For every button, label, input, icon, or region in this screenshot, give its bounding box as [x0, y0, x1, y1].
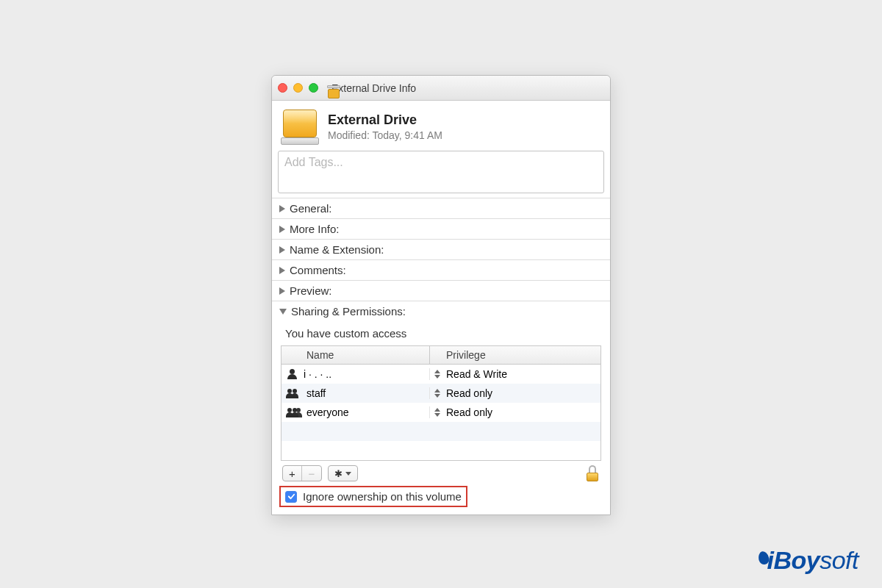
get-info-window: External Drive Info External Drive Modif… [271, 75, 611, 515]
remove-button: − [302, 466, 321, 481]
column-name[interactable]: Name [282, 346, 430, 364]
titlebar[interactable]: External Drive Info [272, 76, 610, 101]
modified-label: Modified: [328, 129, 370, 141]
disclosure-triangle-icon [279, 287, 285, 295]
section-general[interactable]: General: [272, 198, 610, 218]
table-row[interactable]: staff Read only [282, 384, 600, 403]
drive-icon [281, 108, 319, 145]
gear-icon: ✱ [334, 468, 343, 479]
access-summary: You have custom access [281, 324, 601, 345]
permissions-controls: + − ✱ [281, 461, 601, 484]
modified-line: Modified: Today, 9:41 AM [328, 129, 442, 141]
permissions-table: Name Privilege i · . · .. Read & Write [281, 345, 601, 461]
user-name: i · . · .. [304, 368, 331, 380]
tags-field[interactable] [278, 151, 604, 193]
section-label: Comments: [290, 264, 346, 276]
group-icon [286, 388, 302, 398]
section-label: Name & Extension: [290, 243, 384, 256]
privilege-stepper-icon[interactable] [434, 369, 442, 379]
tags-input[interactable] [284, 156, 598, 169]
permissions-header: Name Privilege [282, 346, 600, 365]
modified-value: Today, 9:41 AM [372, 129, 442, 141]
zoom-icon[interactable] [309, 83, 318, 93]
disclosure-triangle-icon [279, 246, 285, 254]
action-menu-button[interactable]: ✱ [328, 465, 358, 481]
user-name: staff [306, 387, 326, 399]
ignore-ownership-label: Ignore ownership on this volume [303, 490, 462, 503]
disclosure-triangle-icon [279, 205, 285, 212]
section-sharing-permissions[interactable]: Sharing & Permissions: [272, 301, 610, 321]
window-controls [278, 83, 318, 93]
disclosure-triangle-icon [279, 226, 285, 233]
info-header: External Drive Modified: Today, 9:41 AM [272, 101, 610, 151]
ignore-ownership-row[interactable]: Ignore ownership on this volume [279, 486, 467, 507]
privilege-value: Read only [446, 406, 492, 418]
privilege-stepper-icon[interactable] [434, 388, 442, 398]
privilege-stepper-icon[interactable] [434, 407, 442, 417]
add-remove-segment: + − [282, 465, 322, 481]
user-name: everyone [306, 406, 349, 418]
disclosure-triangle-icon [279, 309, 287, 315]
item-name: External Drive [328, 112, 442, 128]
chevron-down-icon [345, 472, 351, 476]
privilege-value: Read only [446, 387, 492, 399]
table-row[interactable]: i · . · .. Read & Write [282, 365, 600, 384]
section-label: Preview: [290, 284, 332, 297]
table-row [282, 422, 600, 441]
table-row [282, 441, 600, 460]
section-comments[interactable]: Comments: [272, 259, 610, 280]
user-icon [286, 369, 299, 379]
section-label: General: [290, 202, 332, 215]
disclosure-triangle-icon [279, 267, 285, 274]
close-icon[interactable] [278, 83, 287, 93]
ignore-ownership-checkbox[interactable] [285, 491, 297, 503]
minimize-icon[interactable] [293, 83, 303, 93]
section-label: Sharing & Permissions: [291, 305, 406, 318]
add-button[interactable]: + [283, 466, 302, 481]
section-name-extension[interactable]: Name & Extension: [272, 239, 610, 259]
group-icon [286, 407, 302, 417]
column-privilege[interactable]: Privilege [430, 346, 600, 364]
brand-soft: soft [820, 546, 858, 575]
watermark-logo: i Boy soft [759, 546, 859, 575]
table-row[interactable]: everyone Read only [282, 403, 600, 422]
privilege-value: Read & Write [446, 368, 507, 380]
section-more-info[interactable]: More Info: [272, 218, 610, 239]
window-title: External Drive Info [331, 82, 416, 94]
sharing-permissions-panel: You have custom access Name Privilege i … [272, 321, 610, 484]
brand-boy: Boy [773, 546, 820, 575]
lock-icon[interactable] [585, 465, 600, 481]
section-preview[interactable]: Preview: [272, 280, 610, 301]
section-label: More Info: [290, 223, 340, 235]
permissions-rows: i · . · .. Read & Write staff Rea [282, 365, 600, 460]
